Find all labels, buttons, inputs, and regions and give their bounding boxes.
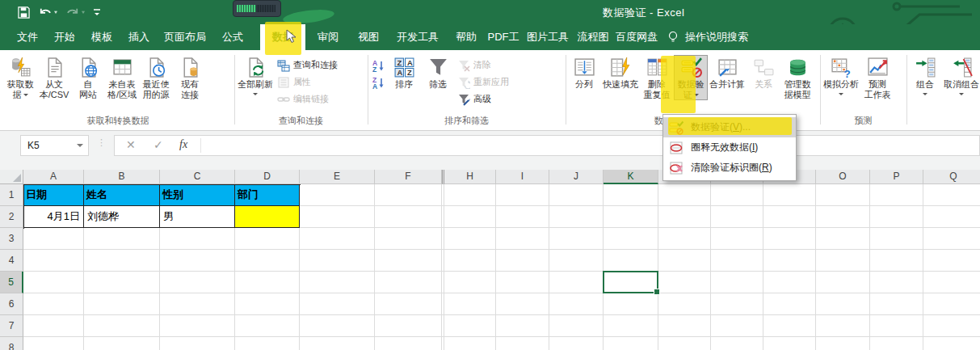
cell-P6[interactable] xyxy=(870,293,923,315)
menu-item-clear-validation-circles[interactable]: 清除验证标识圈(R) xyxy=(663,158,796,178)
row-header-8[interactable]: 8 xyxy=(0,337,23,350)
from-table-range-button[interactable]: 来自表格/区域 xyxy=(105,55,139,100)
name-box[interactable]: K5 xyxy=(20,135,89,156)
cell-L2[interactable] xyxy=(658,206,711,228)
name-box-dropdown-icon[interactable] xyxy=(77,144,83,150)
formula-bar-drag-dots[interactable]: ⋮ xyxy=(97,137,107,148)
cell-E3[interactable] xyxy=(300,228,375,250)
cell-P4[interactable] xyxy=(870,250,923,272)
tell-me-search[interactable]: 操作说明搜索 xyxy=(667,24,748,50)
cell-L4[interactable] xyxy=(658,250,711,272)
cell-M8[interactable] xyxy=(711,337,763,350)
cell-P3[interactable] xyxy=(870,228,923,250)
ungroup-button[interactable]: 取消组合 xyxy=(942,55,980,98)
cell-F5[interactable] xyxy=(375,272,442,293)
row-header-4[interactable]: 4 xyxy=(0,250,23,272)
cell-F2[interactable] xyxy=(375,206,442,228)
cell-J7[interactable] xyxy=(549,315,604,337)
cell-Q8[interactable] xyxy=(923,337,980,350)
enter-icon[interactable]: ✓ xyxy=(154,138,163,151)
sort-descending-button[interactable]: ZA xyxy=(369,74,387,91)
cell-M5[interactable] xyxy=(711,272,763,293)
formula-input[interactable] xyxy=(204,136,979,157)
refresh-all-button[interactable]: 全部刷新 xyxy=(236,55,275,98)
cell-Q2[interactable] xyxy=(923,206,980,228)
cell-P5[interactable] xyxy=(870,272,923,293)
cell-C5[interactable] xyxy=(160,272,235,293)
cell-J2[interactable] xyxy=(549,206,604,228)
tab-file[interactable]: 文件 xyxy=(8,24,47,50)
cell-N1[interactable] xyxy=(763,184,816,206)
cell-N8[interactable] xyxy=(763,337,816,350)
column-header-O[interactable]: O xyxy=(816,170,870,184)
cell-Q5[interactable] xyxy=(923,272,980,293)
cell-A2[interactable]: 4月1日 xyxy=(23,206,84,228)
cell-A8[interactable] xyxy=(23,337,84,350)
cell-M6[interactable] xyxy=(711,293,763,315)
fill-handle[interactable] xyxy=(654,289,660,295)
tab-home[interactable]: 开始 xyxy=(47,24,82,50)
cell-F8[interactable] xyxy=(375,337,442,350)
cell-N7[interactable] xyxy=(763,315,816,337)
cell-I8[interactable] xyxy=(496,337,549,350)
filter-button[interactable]: 筛选 xyxy=(421,55,455,90)
cancel-icon[interactable]: ✕ xyxy=(126,138,136,151)
select-all-corner[interactable] xyxy=(0,170,23,184)
group-button[interactable]: 组合 xyxy=(908,55,942,98)
tab-formulas[interactable]: 公式 xyxy=(215,24,250,50)
cell-J8[interactable] xyxy=(549,337,604,350)
cell-J4[interactable] xyxy=(549,250,604,272)
recent-sources-button[interactable]: 最近使用的源 xyxy=(139,55,173,100)
cell-A1[interactable]: 日期 xyxy=(23,184,84,206)
cell-F7[interactable] xyxy=(375,315,442,337)
tab-review[interactable]: 审阅 xyxy=(310,24,346,50)
customize-quick-access-toolbar-button[interactable] xyxy=(93,7,101,17)
cell-D6[interactable] xyxy=(235,293,300,315)
cell-D2[interactable] xyxy=(235,206,300,228)
column-header-D[interactable]: D xyxy=(235,170,300,184)
cell-I5[interactable] xyxy=(496,272,549,293)
column-header-J[interactable]: J xyxy=(549,170,604,184)
cell-M7[interactable] xyxy=(711,315,763,337)
column-header-A[interactable]: A xyxy=(23,170,84,184)
cell-J3[interactable] xyxy=(549,228,604,250)
cell-N4[interactable] xyxy=(763,250,816,272)
tab-page-layout[interactable]: 页面布局 xyxy=(157,24,213,50)
redo-button[interactable]: ▾ xyxy=(65,6,85,18)
cell-P7[interactable] xyxy=(870,315,923,337)
cell-B4[interactable] xyxy=(84,250,160,272)
column-header-K[interactable]: K xyxy=(604,170,658,184)
cell-Q3[interactable] xyxy=(923,228,980,250)
manage-data-model-button[interactable]: 管理数据模型 xyxy=(780,55,814,100)
undo-dropdown-icon[interactable]: ▾ xyxy=(54,9,57,15)
cell-J6[interactable] xyxy=(549,293,604,315)
cell-N3[interactable] xyxy=(763,228,816,250)
cell-A5[interactable] xyxy=(23,272,84,293)
cell-Q4[interactable] xyxy=(923,250,980,272)
active-cell-K5[interactable] xyxy=(603,271,658,293)
tab-developer[interactable]: 开发工具 xyxy=(389,24,447,50)
cell-H4[interactable] xyxy=(444,250,496,272)
column-header-I[interactable]: I xyxy=(496,170,549,184)
insert-function-icon[interactable]: fx xyxy=(179,138,187,151)
cell-D7[interactable] xyxy=(235,315,300,337)
tab-baidu-netdisk[interactable]: 百度网盘 xyxy=(611,24,662,50)
recording-indicator[interactable] xyxy=(233,0,281,17)
cell-Q7[interactable] xyxy=(923,315,980,337)
cell-E8[interactable] xyxy=(300,337,375,350)
cell-J1[interactable] xyxy=(549,184,604,206)
cell-C7[interactable] xyxy=(160,315,235,337)
menu-item-circle-invalid-data[interactable]: 圈释无效数据(I) xyxy=(663,137,796,158)
cell-E5[interactable] xyxy=(300,272,375,293)
cell-O3[interactable] xyxy=(816,228,870,250)
queries-and-connections-button[interactable]: 查询和连接 xyxy=(275,57,340,74)
cell-D1[interactable]: 部门 xyxy=(235,184,300,206)
cell-H3[interactable] xyxy=(444,228,496,250)
column-header-H[interactable]: H xyxy=(444,170,496,184)
cell-I7[interactable] xyxy=(496,315,549,337)
cell-H8[interactable] xyxy=(444,337,496,350)
tab-pdf-tools[interactable]: PDF工具 xyxy=(483,24,524,50)
cell-Q6[interactable] xyxy=(923,293,980,315)
cell-I2[interactable] xyxy=(496,206,549,228)
tab-template[interactable]: 模板 xyxy=(84,24,120,50)
